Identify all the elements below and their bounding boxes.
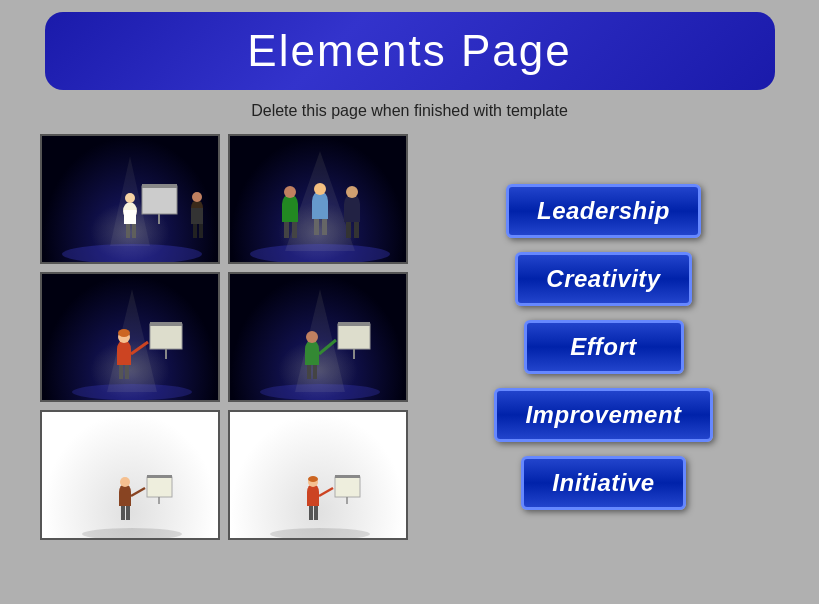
cell3-svg	[42, 274, 220, 402]
grid-cell-4	[228, 272, 408, 402]
svg-rect-2	[142, 184, 177, 188]
cell1-svg	[42, 136, 220, 264]
grid-cell-1	[40, 134, 220, 264]
svg-line-64	[131, 488, 145, 496]
subtitle: Delete this page when finished with temp…	[0, 102, 819, 120]
svg-rect-47	[338, 322, 370, 326]
svg-rect-1	[142, 186, 177, 214]
cell6-svg	[230, 412, 408, 540]
svg-rect-12	[193, 224, 197, 238]
svg-rect-9	[191, 208, 203, 224]
svg-rect-67	[335, 475, 360, 478]
svg-point-8	[192, 192, 202, 202]
main-content: Leadership Creativity Effort Improvement…	[0, 134, 819, 540]
svg-rect-62	[121, 506, 125, 520]
creativity-button[interactable]: Creativity	[515, 252, 691, 306]
svg-point-65	[270, 528, 370, 540]
svg-rect-46	[338, 324, 370, 349]
svg-rect-74	[314, 506, 318, 520]
grid-cell-6	[228, 410, 408, 540]
svg-rect-20	[284, 222, 289, 238]
svg-rect-61	[119, 492, 131, 506]
svg-rect-73	[309, 506, 313, 520]
svg-rect-13	[199, 224, 203, 238]
svg-rect-34	[150, 324, 182, 349]
svg-rect-24	[312, 201, 328, 219]
svg-rect-31	[354, 222, 359, 238]
effort-button[interactable]: Effort	[524, 320, 684, 374]
svg-rect-63	[126, 506, 130, 520]
improvement-button[interactable]: Improvement	[494, 388, 712, 442]
svg-point-39	[118, 329, 130, 337]
svg-rect-42	[125, 365, 129, 379]
cell2-svg	[230, 136, 408, 264]
cell5-svg	[42, 412, 220, 540]
svg-rect-56	[147, 477, 172, 497]
svg-point-60	[120, 477, 130, 487]
cell4-svg	[230, 274, 408, 402]
svg-rect-41	[119, 365, 123, 379]
grid-cell-5	[40, 410, 220, 540]
svg-rect-29	[344, 204, 360, 222]
svg-point-55	[82, 528, 182, 540]
svg-point-28	[346, 186, 358, 198]
svg-rect-25	[314, 219, 319, 235]
svg-point-71	[308, 476, 318, 482]
svg-rect-21	[292, 222, 297, 238]
initiative-button[interactable]: Initiative	[521, 456, 685, 510]
image-grid	[40, 134, 408, 540]
svg-point-50	[306, 331, 318, 343]
header-bar: Elements Page	[45, 12, 775, 90]
svg-rect-72	[307, 492, 319, 506]
page-title: Elements Page	[65, 26, 755, 76]
svg-point-18	[284, 186, 296, 198]
svg-rect-35	[150, 322, 182, 326]
svg-point-23	[314, 183, 326, 195]
leadership-button[interactable]: Leadership	[506, 184, 701, 238]
grid-cell-2	[228, 134, 408, 264]
svg-rect-19	[282, 204, 298, 222]
svg-rect-66	[335, 477, 360, 497]
svg-rect-26	[322, 219, 327, 235]
svg-rect-51	[305, 349, 319, 365]
svg-rect-52	[307, 365, 311, 379]
grid-cell-3	[40, 272, 220, 402]
labels-section: Leadership Creativity Effort Improvement…	[428, 134, 779, 540]
svg-rect-30	[346, 222, 351, 238]
svg-rect-57	[147, 475, 172, 478]
svg-point-0	[62, 244, 202, 264]
svg-rect-53	[313, 365, 317, 379]
svg-line-75	[319, 488, 333, 496]
svg-rect-40	[117, 349, 131, 365]
